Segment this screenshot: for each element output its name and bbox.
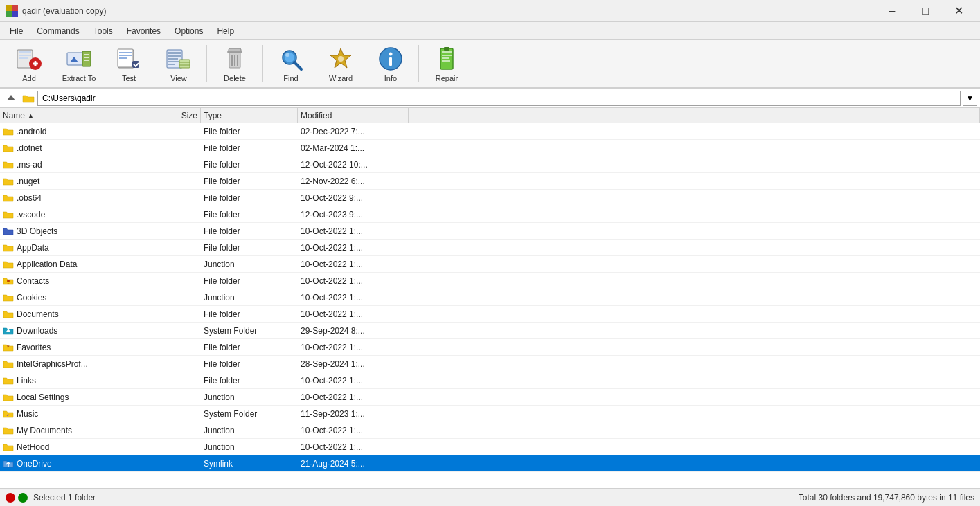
table-row[interactable]: LinksFile folder10-Oct-2022 1:... [0,372,980,389]
folder-icon [3,242,14,253]
wizard-icon [327,45,355,73]
cell-name: .nuget [0,176,145,187]
info-label: Info [384,74,397,82]
table-row[interactable]: AppDataFile folder10-Oct-2022 1:... [0,240,980,256]
find-button[interactable]: Find [267,42,314,85]
table-row[interactable]: .nugetFile folder12-Nov-2022 6:... [0,173,980,190]
table-row[interactable]: .dotnetFile folder02-Mar-2024 1:... [0,140,980,156]
table-row[interactable]: OneDriveSymlink21-Aug-2024 5:... [0,455,980,472]
cell-name: Links [0,375,145,386]
file-panel: Name ▲ Size Type Modified .androidFile f… [0,108,980,488]
table-row[interactable]: Local SettingsJunction10-Oct-2022 1:... [0,389,980,406]
menu-item-commands[interactable]: Commands [30,24,86,39]
svg-rect-1 [12,5,18,11]
svg-line-43 [294,62,301,69]
up-arrow-icon [6,93,16,103]
svg-rect-13 [82,51,91,66]
col-header-name[interactable]: Name ▲ [0,108,145,123]
table-row[interactable]: .vscodeFile folder12-Oct-2023 9:... [0,206,980,223]
menu-item-options[interactable]: Options [168,24,210,39]
delete-button[interactable]: Delete [211,42,258,85]
minimize-button[interactable]: – [876,0,908,22]
svg-rect-53 [442,57,449,59]
test-icon [115,45,143,73]
cell-modified: 10-Oct-2022 1:... [298,276,409,286]
file-name: OneDrive [17,459,52,469]
address-input[interactable] [37,91,961,106]
file-name: Local Settings [17,392,69,402]
extract-to-button[interactable]: Extract To [55,42,103,85]
cell-type: File folder [201,160,298,170]
wizard-button[interactable]: Wizard [317,42,364,85]
repair-button[interactable]: Repair [423,42,470,85]
svg-rect-24 [119,57,127,59]
cell-name: .vscode [0,209,145,220]
table-row[interactable]: 3D ObjectsFile folder10-Oct-2022 1:... [0,223,980,240]
menu-item-favorites[interactable]: Favorites [120,24,168,39]
menu-item-file[interactable]: File [3,24,30,39]
cell-modified: 10-Oct-2022 1:... [298,343,409,352]
address-dropdown-button[interactable]: ▼ [963,91,977,106]
svg-rect-51 [442,51,452,53]
cell-name: IntelGraphicsProf... [0,359,145,370]
table-row[interactable]: .ms-adFile folder12-Oct-2022 10:... [0,156,980,173]
svg-rect-6 [19,55,31,56]
cell-name: Documents [0,309,145,320]
cell-modified: 10-Oct-2022 1:... [298,442,409,452]
svg-rect-7 [19,57,28,59]
status-bar: Selected 1 folder Total 30 folders and 1… [0,488,980,506]
title-bar-controls: – □ ✕ [876,0,974,22]
info-button[interactable]: Info [367,42,414,85]
maximize-button[interactable]: □ [909,0,941,22]
cell-type: Junction [201,260,298,269]
status-indicator-red [6,493,15,503]
add-button[interactable]: Add [6,42,53,85]
folder-icon [3,143,14,154]
table-row[interactable]: .obs64File folder10-Oct-2022 9:... [0,190,980,206]
add-label: Add [22,74,36,82]
table-row[interactable]: Application DataJunction10-Oct-2022 1:..… [0,256,980,273]
col-header-modified[interactable]: Modified [298,108,409,123]
cell-modified: 10-Oct-2022 9:... [298,193,409,203]
repair-label: Repair [436,74,458,82]
delete-label: Delete [224,74,246,82]
cell-type: System Folder [201,409,298,419]
table-row[interactable]: CookiesJunction10-Oct-2022 1:... [0,289,980,306]
table-row[interactable]: My DocumentsJunction10-Oct-2022 1:... [0,422,980,439]
find-label: Find [283,74,298,82]
table-row[interactable]: NetHoodJunction10-Oct-2022 1:... [0,439,980,455]
table-row[interactable]: FavoritesFile folder10-Oct-2022 1:... [0,339,980,356]
navigate-up-button[interactable] [3,90,19,107]
file-list: .androidFile folder02-Dec-2022 7:....dot… [0,123,980,488]
cell-modified: 10-Oct-2022 1:... [298,309,409,319]
table-row[interactable]: IntelGraphicsProf...File folder28-Sep-20… [0,356,980,372]
folder-icon [3,392,14,403]
svg-rect-52 [442,55,452,56]
menu-item-help[interactable]: Help [210,24,241,39]
view-button[interactable]: View [155,42,202,85]
table-row[interactable]: ContactsFile folder10-Oct-2022 1:... [0,273,980,289]
status-icons [6,493,28,503]
menu-item-tools[interactable]: Tools [87,24,120,39]
cell-type: File folder [201,127,298,136]
cell-name: Contacts [0,275,145,287]
close-button[interactable]: ✕ [943,0,974,22]
svg-marker-56 [7,95,15,100]
cell-name: .ms-ad [0,159,145,170]
file-name: Contacts [17,276,49,286]
menu-bar: FileCommandsToolsFavoritesOptionsHelp [0,22,980,40]
toolbar-divider-2 [262,45,263,82]
status-right: Total 30 folders and 19,747,860 bytes in… [799,493,974,503]
col-header-type[interactable]: Type [201,108,298,123]
table-row[interactable]: DownloadsSystem Folder29-Sep-2024 8:... [0,323,980,339]
cell-type: File folder [201,376,298,386]
table-row[interactable]: .androidFile folder02-Dec-2022 7:... [0,123,980,140]
table-row[interactable]: ♪MusicSystem Folder11-Sep-2023 1:... [0,406,980,422]
title-bar-left: qadir (evaluation copy) [6,5,106,17]
file-name: .obs64 [17,193,42,203]
test-button[interactable]: Test [105,42,152,85]
cell-name: 3D Objects [0,226,145,237]
table-row[interactable]: DocumentsFile folder10-Oct-2022 1:... [0,306,980,323]
folder-icon [3,226,14,237]
col-header-size[interactable]: Size [145,108,201,123]
